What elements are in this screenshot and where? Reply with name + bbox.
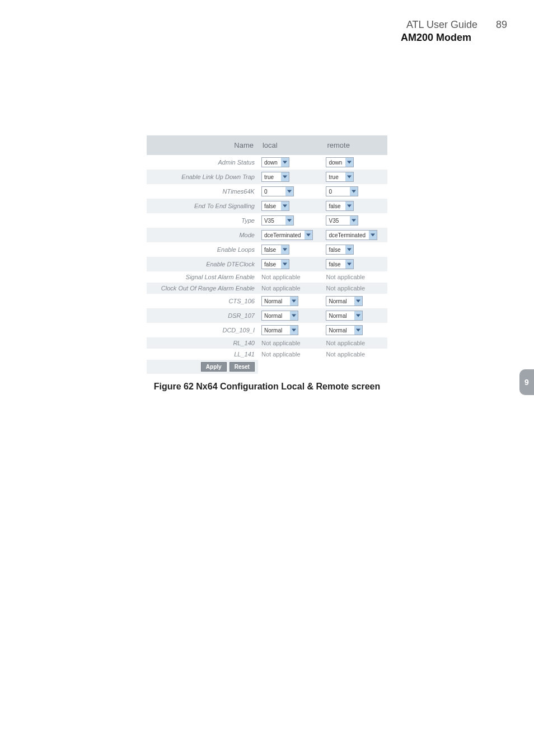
na-remote: Not applicable (326, 285, 365, 292)
chevron-down-icon (350, 216, 358, 225)
row-label: Admin Status (218, 159, 255, 166)
table-row: NTimes64K 0 0 (147, 184, 387, 199)
chevron-down-icon (305, 231, 312, 240)
chevron-down-icon (285, 187, 293, 196)
na-local: Not applicable (261, 340, 301, 346)
chevron-down-icon (354, 326, 362, 335)
cts106-local-select[interactable]: Normal (261, 296, 298, 306)
chevron-down-icon (345, 172, 353, 181)
row-label: Mode (239, 232, 255, 238)
dteclock-local-select[interactable]: false (261, 259, 289, 269)
na-local: Not applicable (261, 351, 301, 358)
header-line-1: ATL User Guide 89 (401, 19, 507, 31)
table-row: CTS_106 Normal Normal (147, 294, 387, 308)
table-row: Enable Loops false false (147, 242, 387, 257)
row-label: End To End Signalling (194, 203, 255, 209)
mode-remote-select[interactable]: dceTerminated (326, 230, 377, 240)
table-row: Enable DTEClock false false (147, 257, 387, 271)
reset-button[interactable]: Reset (229, 362, 255, 372)
col-local: local (258, 135, 323, 155)
na-remote: Not applicable (326, 351, 365, 358)
chevron-down-icon (345, 260, 353, 269)
table-row: DCD_109_I Normal Normal (147, 323, 387, 337)
dcd109-local-select[interactable]: Normal (261, 325, 298, 335)
row-label: DSR_107 (228, 312, 255, 319)
ntimes64k-local-select[interactable]: 0 (261, 186, 294, 196)
row-label: Enable DTEClock (206, 261, 255, 267)
admin-status-remote-select[interactable]: down (326, 157, 354, 167)
col-remote: remote (322, 135, 387, 155)
table-row: Signal Lost Alarm Enable Not applicable … (147, 271, 387, 283)
chevron-down-icon (350, 187, 358, 196)
col-name: Name (147, 135, 258, 155)
chevron-down-icon (281, 172, 289, 181)
table-row: Enable Link Up Down Trap true true (147, 170, 387, 184)
na-remote: Not applicable (326, 274, 365, 280)
chevron-down-icon (345, 158, 353, 167)
chevron-down-icon (281, 245, 289, 254)
chevron-down-icon (281, 260, 289, 269)
dteclock-remote-select[interactable]: false (326, 259, 354, 269)
config-table: Name local remote Admin Status down down… (147, 135, 387, 374)
table-row: Clock Out Of Range Alarm Enable Not appl… (147, 283, 387, 294)
figure-area: Name local remote Admin Status down down… (147, 135, 387, 392)
table-row: Admin Status down down (147, 155, 387, 170)
na-remote: Not applicable (326, 340, 365, 346)
e2e-sig-local-select[interactable]: false (261, 201, 289, 211)
chevron-down-icon (281, 201, 289, 210)
table-row: Mode dceTerminated dceTerminated (147, 228, 387, 242)
doc-title: ATL User Guide (406, 19, 477, 30)
enable-loops-local-select[interactable]: false (261, 245, 289, 255)
row-label: LL_141 (234, 351, 255, 358)
ntimes64k-remote-select[interactable]: 0 (326, 186, 358, 196)
link-trap-remote-select[interactable]: true (326, 172, 354, 182)
page-number: 89 (496, 19, 507, 31)
doc-subtitle: AM200 Modem (401, 32, 471, 44)
na-local: Not applicable (261, 274, 301, 280)
table-row: LL_141 Not applicable Not applicable (147, 349, 387, 360)
type-local-select[interactable]: V35 (261, 215, 294, 226)
table-row: DSR_107 Normal Normal (147, 308, 387, 323)
chevron-down-icon (354, 297, 362, 306)
e2e-sig-remote-select[interactable]: false (326, 201, 354, 211)
chevron-down-icon (290, 326, 298, 335)
chevron-down-icon (354, 311, 362, 320)
row-label: CTS_106 (228, 298, 254, 304)
chevron-down-icon (290, 297, 298, 306)
type-remote-select[interactable]: V35 (326, 215, 358, 226)
na-local: Not applicable (261, 285, 301, 292)
cts106-remote-select[interactable]: Normal (326, 296, 363, 306)
chevron-down-icon (345, 245, 353, 254)
table-row: RL_140 Not applicable Not applicable (147, 337, 387, 349)
row-label: Enable Loops (217, 246, 255, 253)
row-label: RL_140 (233, 340, 255, 346)
apply-button[interactable]: Apply (201, 362, 227, 372)
dsr107-remote-select[interactable]: Normal (326, 311, 363, 321)
table-row: End To End Signalling false false (147, 199, 387, 213)
row-label: Clock Out Of Range Alarm Enable (161, 285, 255, 292)
row-label: NTimes64K (223, 188, 255, 195)
table-row: Type V35 V35 (147, 213, 387, 228)
dcd109-remote-select[interactable]: Normal (326, 325, 363, 335)
page-header: ATL User Guide 89 AM200 Modem (401, 19, 507, 44)
admin-status-local-select[interactable]: down (261, 157, 289, 167)
figure-caption: Figure 62 Nx64 Configuration Local & Rem… (147, 382, 387, 392)
section-tab: 9 (519, 369, 534, 395)
row-label: DCD_109_I (222, 327, 254, 334)
chevron-down-icon (290, 311, 298, 320)
chevron-down-icon (369, 231, 377, 240)
chevron-down-icon (285, 216, 293, 225)
button-row: Apply Reset (147, 360, 387, 374)
enable-loops-remote-select[interactable]: false (326, 245, 354, 255)
row-label: Type (241, 217, 255, 224)
table-header-row: Name local remote (147, 135, 387, 155)
chevron-down-icon (281, 158, 289, 167)
dsr107-local-select[interactable]: Normal (261, 311, 298, 321)
link-trap-local-select[interactable]: true (261, 172, 289, 182)
mode-local-select[interactable]: dceTerminated (261, 230, 313, 240)
row-label: Signal Lost Alarm Enable (186, 274, 255, 280)
row-label: Enable Link Up Down Trap (181, 173, 255, 180)
chevron-down-icon (345, 201, 353, 210)
